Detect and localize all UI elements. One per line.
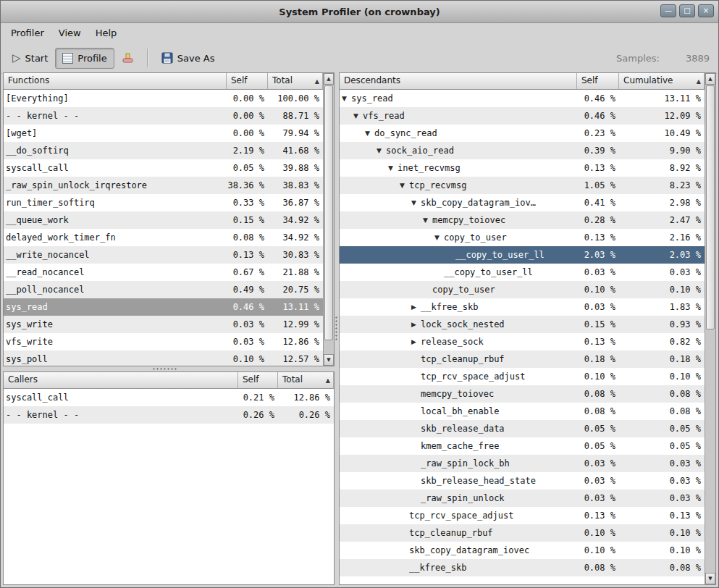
descendant-row[interactable]: local_bh_enable0.08 %0.08 %: [340, 403, 705, 420]
descendant-row[interactable]: ▼sock_aio_read0.39 %9.90 %: [340, 142, 705, 159]
scroll-down-icon[interactable]: ▼: [705, 573, 715, 584]
descendant-row[interactable]: ▼tcp_recvmsg1.05 %8.23 %: [340, 177, 705, 194]
cell-self: 0.08 %: [577, 559, 619, 576]
function-row[interactable]: __write_nocancel0.13 %30.83 %: [4, 246, 323, 264]
column-header-functions[interactable]: Functions: [4, 73, 227, 90]
reset-button[interactable]: [114, 47, 141, 70]
descendant-row[interactable]: tcp_rcv_space_adjust0.13 %0.13 %: [340, 507, 705, 524]
cell-cumulative: 0.03 %: [619, 455, 705, 472]
minimize-button[interactable]: —: [660, 4, 676, 17]
expander-closed-icon[interactable]: ▶: [411, 298, 421, 316]
functions-scrollbar[interactable]: ▲ ▼: [323, 73, 334, 366]
function-row[interactable]: _raw_spin_unlock_irqrestore38.36 %38.83 …: [4, 177, 323, 194]
column-header-self[interactable]: Self: [577, 73, 619, 90]
titlebar[interactable]: System Profiler (on crownbay) — □ ×: [1, 1, 718, 23]
column-header-total[interactable]: Total ▲: [268, 73, 323, 90]
column-header-callers[interactable]: Callers: [4, 372, 238, 389]
descendant-row[interactable]: __copy_to_user_ll0.03 %0.03 %: [340, 264, 705, 281]
function-row[interactable]: sys_poll0.10 %12.57 %: [4, 350, 323, 366]
function-row[interactable]: delayed_work_timer_fn0.08 %34.92 %: [4, 229, 323, 246]
descendants-scrollbar[interactable]: ▲ ▼: [705, 73, 715, 584]
column-header-descendants[interactable]: Descendants: [340, 73, 577, 90]
cell-function-name: _raw_spin_lock_bh: [340, 455, 577, 472]
start-button-label: Start: [25, 53, 49, 64]
expander-open-icon[interactable]: ▼: [353, 107, 363, 125]
cell-cumulative: 0.03 %: [619, 264, 705, 281]
column-header-cumulative[interactable]: Cumulative ▲: [619, 73, 705, 90]
scroll-down-icon[interactable]: ▼: [324, 354, 334, 366]
cell-function-name: vfs_write: [4, 333, 227, 350]
function-row[interactable]: - - kernel - -0.00 %88.71 %: [4, 107, 323, 125]
cell-function-name: memcpy_toiovec: [340, 385, 577, 403]
profile-button[interactable]: Profile: [55, 48, 114, 69]
cell-self: 0.10 %: [577, 368, 619, 385]
expander-closed-icon[interactable]: ▶: [411, 316, 421, 333]
expander-open-icon[interactable]: ▼: [400, 177, 409, 194]
function-row[interactable]: [wget]0.00 %79.94 %: [4, 125, 323, 142]
menu-help[interactable]: Help: [88, 25, 125, 41]
caller-row[interactable]: syscall_call0.21 %12.86 %: [4, 389, 334, 406]
scroll-up-icon[interactable]: ▲: [324, 73, 334, 85]
descendant-row[interactable]: __kfree_skb0.08 %0.08 %: [340, 559, 705, 576]
start-button[interactable]: ▷ Start: [5, 48, 55, 69]
save-as-button[interactable]: Save As: [154, 47, 222, 69]
column-header-self[interactable]: Self: [227, 73, 268, 90]
descendant-row[interactable]: ▼skb_copy_datagram_iov…0.41 %2.98 %: [340, 194, 705, 211]
maximize-button[interactable]: □: [679, 4, 695, 17]
caller-row[interactable]: - - kernel - -0.26 %0.26 %: [4, 406, 334, 424]
descendant-row[interactable]: copy_to_user0.10 %0.10 %: [340, 281, 705, 298]
function-row[interactable]: syscall_call0.05 %39.88 %: [4, 159, 323, 177]
function-row[interactable]: run_timer_softirq0.33 %36.87 %: [4, 194, 323, 211]
expander-open-icon[interactable]: ▼: [423, 211, 432, 229]
descendant-row[interactable]: ▶release_sock0.13 %0.82 %: [340, 333, 705, 350]
descendant-row[interactable]: ▼inet_recvmsg0.13 %8.92 %: [340, 159, 705, 177]
function-row[interactable]: __read_nocancel0.67 %21.88 %: [4, 264, 323, 281]
descendant-row[interactable]: memcpy_toiovec0.08 %0.08 %: [340, 385, 705, 403]
scrollbar-thumb[interactable]: [324, 85, 333, 340]
descendant-row[interactable]: skb_release_data0.05 %0.05 %: [340, 420, 705, 437]
cell-total: 12.86 %: [278, 389, 334, 406]
function-row[interactable]: sys_read0.46 %13.11 %: [4, 298, 323, 316]
scrollbar-thumb[interactable]: [706, 85, 715, 329]
close-button[interactable]: ×: [698, 4, 714, 17]
function-row[interactable]: __poll_nocancel0.49 %20.75 %: [4, 281, 323, 298]
descendant-row[interactable]: __copy_to_user_ll2.03 %2.03 %: [340, 246, 705, 264]
function-row[interactable]: [Everything]0.00 %100.00 %: [4, 90, 323, 107]
function-row[interactable]: __queue_work0.15 %34.92 %: [4, 211, 323, 229]
menu-view[interactable]: View: [51, 25, 88, 41]
descendant-row[interactable]: ▶__kfree_skb0.03 %1.83 %: [340, 298, 705, 316]
descendant-row[interactable]: skb_release_head_state0.03 %0.03 %: [340, 472, 705, 490]
descendant-row[interactable]: ▼vfs_read0.46 %12.09 %: [340, 107, 705, 125]
descendant-row[interactable]: [340, 576, 705, 584]
expander-open-icon[interactable]: ▼: [434, 229, 444, 246]
expander-closed-icon[interactable]: ▶: [411, 333, 421, 350]
function-row[interactable]: __do_softirq2.19 %41.68 %: [4, 142, 323, 159]
descendant-row[interactable]: ▶lock_sock_nested0.15 %0.93 %: [340, 316, 705, 333]
descendant-row[interactable]: tcp_cleanup_rbuf0.10 %0.10 %: [340, 524, 705, 542]
column-header-self[interactable]: Self: [238, 372, 278, 389]
expander-open-icon[interactable]: ▼: [388, 159, 398, 177]
expander-open-icon[interactable]: ▼: [377, 142, 386, 159]
cell-self: 0.49 %: [227, 281, 268, 298]
descendant-row[interactable]: kmem_cache_free0.05 %0.05 %: [340, 437, 705, 455]
descendant-row[interactable]: ▼do_sync_read0.23 %10.49 %: [340, 125, 705, 142]
cell-function-name: ▼skb_copy_datagram_iov…: [340, 194, 577, 211]
expander-open-icon[interactable]: ▼: [365, 125, 374, 142]
descendant-row[interactable]: ▼copy_to_user0.13 %2.16 %: [340, 229, 705, 246]
scroll-up-icon[interactable]: ▲: [705, 73, 715, 85]
descendant-row[interactable]: skb_copy_datagram_iovec0.10 %0.10 %: [340, 542, 705, 559]
column-header-total[interactable]: Total ▲: [278, 372, 334, 389]
descendant-row[interactable]: tcp_cleanup_rbuf0.18 %0.18 %: [340, 350, 705, 368]
menu-profiler[interactable]: Profiler: [4, 25, 51, 41]
function-row[interactable]: vfs_write0.03 %12.86 %: [4, 333, 323, 350]
function-row[interactable]: sys_write0.03 %12.99 %: [4, 316, 323, 333]
pane-splitter-horizontal[interactable]: [3, 366, 335, 371]
cell-cumulative: 1.83 %: [619, 298, 705, 316]
descendant-row[interactable]: _raw_spin_unlock0.03 %0.03 %: [340, 490, 705, 507]
descendant-row[interactable]: _raw_spin_lock_bh0.03 %0.03 %: [340, 455, 705, 472]
descendant-row[interactable]: ▼memcpy_toiovec0.28 %2.47 %: [340, 211, 705, 229]
expander-open-icon[interactable]: ▼: [342, 90, 351, 107]
descendant-row[interactable]: tcp_rcv_space_adjust0.10 %0.10 %: [340, 368, 705, 385]
descendant-row[interactable]: ▼sys_read0.46 %13.11 %: [340, 90, 705, 107]
expander-open-icon[interactable]: ▼: [411, 194, 421, 211]
